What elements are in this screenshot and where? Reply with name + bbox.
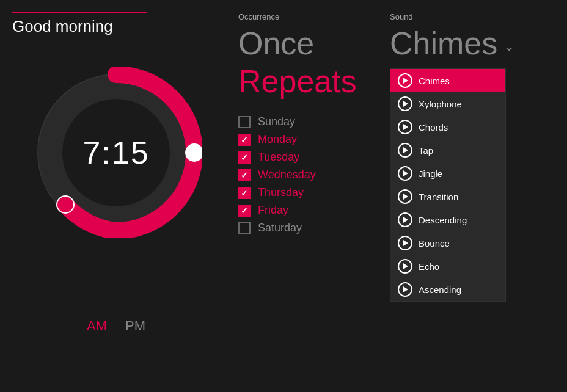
sound-name-chimes: Chimes <box>419 76 450 86</box>
day-label-friday: Friday <box>258 204 288 217</box>
day-label-tuesday: Tuesday <box>258 151 299 164</box>
play-icon-ascending <box>398 282 412 297</box>
time-display[interactable]: 7:15 <box>82 134 149 171</box>
clock-container: 7:15 <box>31 67 202 238</box>
checkbox-monday[interactable] <box>238 134 251 146</box>
middle-panel: Occurrence Once Repeats SundayMondayTues… <box>238 0 385 392</box>
sound-item-bounce[interactable]: Bounce <box>390 231 505 255</box>
sound-label: Sound <box>390 12 567 21</box>
day-label-thursday: Thursday <box>258 186 304 199</box>
checkbox-saturday[interactable] <box>238 222 251 234</box>
play-icon-chords <box>398 120 412 134</box>
sound-list: ChimesXylophoneChordsTapJingleTransition… <box>390 68 506 302</box>
play-icon-xylophone <box>398 96 412 111</box>
sound-name-xylophone: Xylophone <box>419 99 462 109</box>
day-item-monday[interactable]: Monday <box>238 133 385 146</box>
day-item-saturday[interactable]: Saturday <box>238 222 385 234</box>
am-pm-section: AM PM <box>87 318 145 334</box>
sound-name-chords: Chords <box>419 122 448 132</box>
day-item-tuesday[interactable]: Tuesday <box>238 151 385 164</box>
sound-name-tap: Tap <box>419 145 433 156</box>
sound-item-descending[interactable]: Descending <box>390 208 505 231</box>
play-icon-echo <box>398 259 412 274</box>
pm-button[interactable]: PM <box>125 318 145 334</box>
dropdown-arrow-icon: ⌄ <box>503 38 514 54</box>
sound-dropdown[interactable]: Chimes ⌄ <box>390 27 567 59</box>
sound-item-chimes[interactable]: Chimes <box>390 69 505 92</box>
sound-name-bounce: Bounce <box>419 238 450 249</box>
play-icon-transition <box>398 189 412 204</box>
left-panel: Good morning 7:15 AM PM <box>0 0 232 392</box>
day-label-sunday: Sunday <box>258 115 295 128</box>
play-icon-bounce <box>398 236 412 250</box>
play-icon-tap <box>398 143 412 158</box>
checkbox-thursday[interactable] <box>238 187 251 199</box>
sound-item-ascending[interactable]: Ascending <box>390 278 505 301</box>
greeting-section: Good morning <box>12 12 196 36</box>
checkbox-wednesday[interactable] <box>238 169 251 181</box>
checkbox-friday[interactable] <box>238 205 251 217</box>
greeting-text: Good morning <box>12 17 196 36</box>
day-label-saturday: Saturday <box>258 222 302 234</box>
sound-name-descending: Descending <box>419 215 467 225</box>
once-option[interactable]: Once <box>238 27 385 59</box>
sound-item-jingle[interactable]: Jingle <box>390 162 505 185</box>
sound-name-ascending: Ascending <box>419 285 461 295</box>
day-item-sunday[interactable]: Sunday <box>238 115 385 128</box>
sound-item-transition[interactable]: Transition <box>390 185 505 208</box>
day-label-wednesday: Wednesday <box>258 169 316 181</box>
sound-item-chords[interactable]: Chords <box>390 115 505 139</box>
play-icon-jingle <box>398 166 412 181</box>
checkbox-tuesday[interactable] <box>238 151 251 164</box>
occurrence-label: Occurrence <box>238 12 385 21</box>
play-icon-chimes <box>398 73 412 88</box>
day-item-wednesday[interactable]: Wednesday <box>238 169 385 181</box>
sound-name-transition: Transition <box>419 192 458 202</box>
greeting-line <box>12 12 147 13</box>
sound-name-echo: Echo <box>419 261 439 272</box>
day-item-thursday[interactable]: Thursday <box>238 186 385 199</box>
repeats-option[interactable]: Repeats <box>238 65 385 97</box>
sound-name-jingle: Jingle <box>419 169 442 179</box>
sound-current-value: Chimes <box>390 27 497 59</box>
sound-item-xylophone[interactable]: Xylophone <box>390 92 505 115</box>
day-item-friday[interactable]: Friday <box>238 204 385 217</box>
play-icon-descending <box>398 212 412 227</box>
sound-item-tap[interactable]: Tap <box>390 139 505 162</box>
day-label-monday: Monday <box>258 133 297 146</box>
checkbox-sunday[interactable] <box>238 116 251 128</box>
sound-item-echo[interactable]: Echo <box>390 255 505 278</box>
handle-top[interactable] <box>186 144 202 161</box>
days-list: SundayMondayTuesdayWednesdayThursdayFrid… <box>238 115 385 234</box>
right-panel: Sound Chimes ⌄ ChimesXylophoneChordsTapJ… <box>390 0 567 392</box>
am-button[interactable]: AM <box>87 318 107 334</box>
